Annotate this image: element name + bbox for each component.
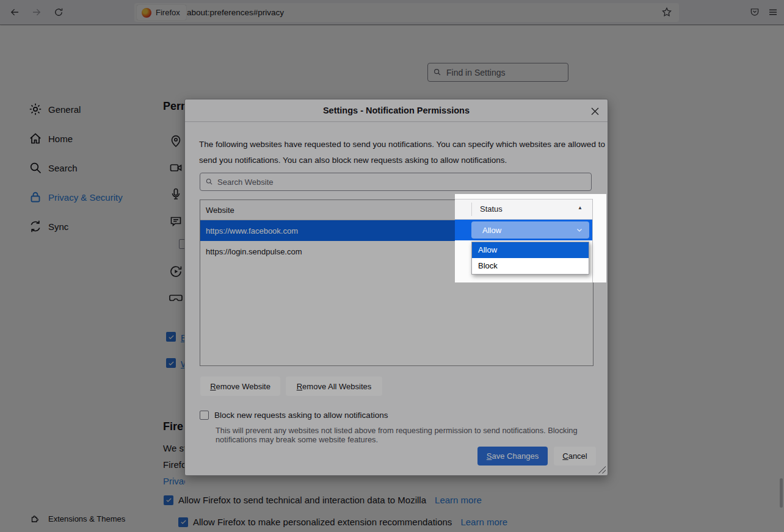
dropdown-option-allow[interactable]: Allow bbox=[472, 242, 589, 258]
column-header-status[interactable]: Status ▲ bbox=[455, 199, 592, 220]
list-right-border bbox=[592, 199, 593, 282]
sort-ascending-icon: ▲ bbox=[578, 205, 583, 210]
dropdown-option-block[interactable]: Block bbox=[472, 258, 589, 274]
status-dropdown-spotlight: Status ▲ Allow Allow Block bbox=[455, 194, 606, 282]
firefox-window: Firefox about:preferences#privacy Genera… bbox=[0, 0, 784, 532]
status-select-value: Allow bbox=[482, 226, 501, 235]
chevron-down-icon bbox=[576, 226, 583, 234]
column-separator bbox=[471, 203, 472, 216]
dropdown-dim-overlay bbox=[0, 0, 784, 532]
status-dropdown-menu: Allow Block bbox=[471, 242, 589, 275]
status-select[interactable]: Allow bbox=[471, 221, 589, 239]
